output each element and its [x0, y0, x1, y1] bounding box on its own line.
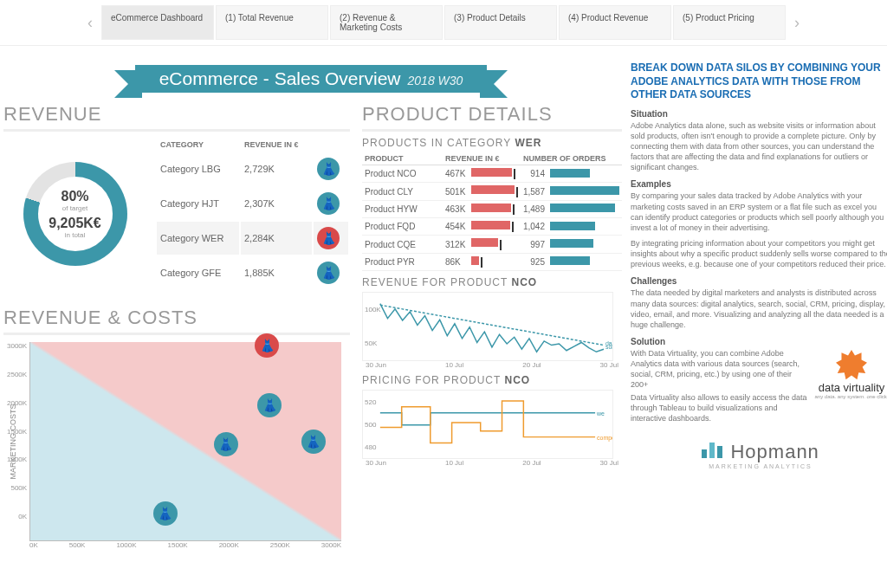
- heading-revenue-costs: REVENUE & COSTS: [3, 303, 350, 335]
- sidebar-p-situation: Adobe Analytics data alone, such as webs…: [631, 120, 887, 173]
- revenue-line-chart[interactable]: 100K50K soliddashed: [362, 292, 613, 361]
- tab-3[interactable]: (3) Product Details: [444, 5, 557, 40]
- data-virtuality-logo: data virtuality any data. any system. on…: [813, 350, 887, 399]
- heading-product-details: PRODUCT DETAILS: [362, 100, 622, 132]
- sidebar-h-challenges: Challenges: [631, 276, 887, 286]
- scatter-chart[interactable]: 👗👗👗👗👗: [29, 342, 341, 541]
- product-row[interactable]: Product PYR86K925: [362, 253, 622, 270]
- sidebar-headline: BREAK DOWN DATA SILOS BY COMBINING YOUR …: [631, 61, 887, 102]
- scatter-point[interactable]: 👗: [153, 501, 178, 526]
- subheading-products-in-cat: PRODUCTS IN CATEGORY WER: [362, 137, 622, 149]
- product-table: PRODUCT REVENUE IN € NUMBER OF ORDERS Pr…: [362, 152, 622, 271]
- sidebar-p-challenges: The data needed by digital marketers and…: [631, 288, 887, 330]
- pricing-line-chart[interactable]: 520500480 wecompetitor5: [362, 390, 613, 459]
- tab-0[interactable]: eCommerce Dashboard: [101, 5, 214, 40]
- dress-icon: 👗: [317, 227, 340, 249]
- scatter-point[interactable]: 👗: [301, 430, 326, 454]
- cat-col-category: CATEGORY: [157, 139, 239, 151]
- product-row[interactable]: Product HYW463K1,489: [362, 200, 622, 217]
- category-row[interactable]: Category WER2,284K👗: [157, 222, 348, 255]
- donut-chart[interactable]: 80% of target 9,205K€ in total: [3, 155, 146, 273]
- prod-col-revenue: REVENUE IN €: [443, 152, 521, 165]
- cat-col-revenue: REVENUE IN €: [241, 139, 312, 151]
- burst-icon: [836, 350, 867, 381]
- svg-text:we: we: [596, 410, 605, 417]
- prod-col-name: PRODUCT: [362, 152, 443, 165]
- donut-total-label: in total: [65, 231, 86, 239]
- subheading-pricing-for-product: PRICING FOR PRODUCT NCO: [362, 374, 622, 386]
- hopmann-logo: Hopmann MARKETING ANALYTICS: [631, 441, 887, 469]
- svg-text:competitor5: competitor5: [597, 435, 612, 442]
- category-row[interactable]: Category HJT2,307K👗: [157, 187, 348, 220]
- tab-5[interactable]: (5) Product Pricing: [673, 5, 786, 40]
- tab-next-arrow[interactable]: ›: [787, 14, 806, 32]
- banner-title: eCommerce - Sales Overview: [159, 68, 401, 89]
- product-row[interactable]: Product CLY501K1,587: [362, 183, 622, 200]
- scatter-point[interactable]: 👗: [214, 432, 238, 456]
- svg-text:dashed: dashed: [605, 340, 612, 346]
- tab-prev-arrow[interactable]: ‹: [81, 14, 100, 32]
- heading-revenue: REVENUE: [3, 100, 350, 132]
- sidebar-h-examples: Examples: [631, 179, 887, 189]
- category-row[interactable]: Category LBG2,729K👗: [157, 152, 348, 185]
- sidebar-h-solution: Solution: [631, 337, 887, 346]
- donut-pct: 80%: [61, 189, 88, 204]
- subheading-revenue-for-product: REVENUE FOR PRODUCT NCO: [362, 276, 622, 288]
- sidebar-p-examples2: By integrating pricing information about…: [631, 238, 887, 269]
- scatter-point[interactable]: 👗: [255, 333, 279, 358]
- product-row[interactable]: Product NCO467K914: [362, 165, 622, 183]
- prod-col-orders: NUMBER OF ORDERS: [521, 152, 622, 165]
- banner-subtitle: 2018 W30: [408, 74, 463, 87]
- tab-4[interactable]: (4) Product Revenue: [559, 5, 671, 40]
- tab-1[interactable]: (1) Total Revenue: [216, 5, 328, 40]
- dress-icon: 👗: [317, 192, 340, 215]
- sidebar-h-situation: Situation: [631, 109, 887, 119]
- tab-bar: ‹ eCommerce Dashboard(1) Total Revenue(2…: [0, 0, 887, 46]
- dress-icon: 👗: [317, 262, 340, 284]
- product-row[interactable]: Product FQD454K1,042: [362, 218, 622, 236]
- category-row[interactable]: Category GFE1,885K👗: [157, 256, 348, 289]
- sidebar-p-examples1: By comparing your sales data tracked by …: [631, 191, 887, 233]
- tab-2[interactable]: (2) Revenue & Marketing Costs: [330, 5, 443, 40]
- category-table: CATEGORY REVENUE IN € Category LBG2,729K…: [155, 137, 350, 291]
- donut-total: 9,205K€: [49, 216, 101, 231]
- scatter-point[interactable]: 👗: [257, 393, 282, 417]
- page-title-banner: eCommerce - Sales Overview 2018 W30: [135, 65, 488, 93]
- donut-pct-label: of target: [62, 204, 87, 212]
- product-row[interactable]: Product CQE312K997: [362, 236, 622, 253]
- dress-icon: 👗: [317, 158, 340, 180]
